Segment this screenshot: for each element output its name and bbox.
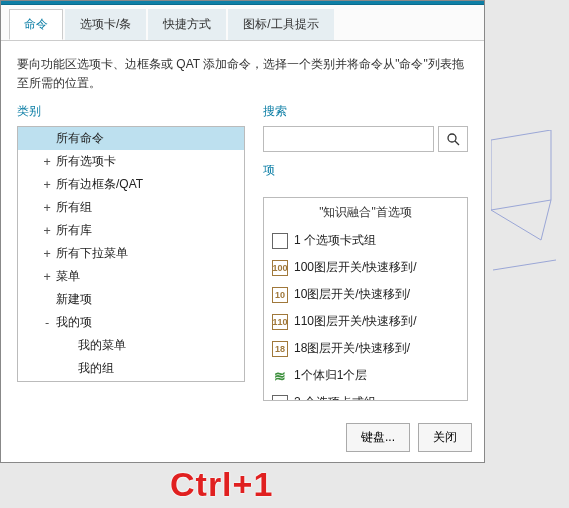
tree-label: 菜单 (56, 268, 80, 285)
list-item[interactable]: ≋1个体归1个层 (264, 362, 467, 389)
list-item[interactable]: 1818图层开关/快速移到/ (264, 335, 467, 362)
magnify-icon (446, 132, 460, 146)
expand-icon: + (40, 224, 54, 238)
list-item[interactable]: 2 个选项卡式组 (264, 389, 467, 401)
button-label: 键盘... (361, 430, 395, 444)
tree-label: 所有选项卡 (56, 153, 116, 170)
expand-icon: + (40, 178, 54, 192)
svg-line-1 (491, 200, 551, 210)
tree-item[interactable]: +菜单 (18, 265, 244, 288)
tab-label: 图标/工具提示 (243, 17, 318, 31)
list-item[interactable]: 100100图层开关/快速移到/ (264, 254, 467, 281)
tree-label: 我的组 (78, 360, 114, 377)
background-wireframe (491, 130, 561, 300)
expand-icon: + (40, 201, 54, 215)
tree-label: 新建项 (56, 291, 92, 308)
button-label: 关闭 (433, 430, 457, 444)
description-text: 要向功能区选项卡、边框条或 QAT 添加命令，选择一个类别并将命令从"命令"列表… (1, 41, 484, 103)
tab-icons[interactable]: 图标/工具提示 (228, 9, 333, 40)
svg-line-5 (541, 200, 551, 240)
tab-label: 命令 (24, 17, 48, 31)
tree-item[interactable]: 我的组 (18, 357, 244, 380)
search-label: 搜索 (263, 103, 468, 120)
item-label: 18图层开关/快速移到/ (294, 340, 410, 357)
tree-label: 我的菜单 (78, 337, 126, 354)
category-tree[interactable]: 所有命令+所有选项卡+所有边框条/QAT+所有组+所有库+所有下拉菜单+菜单新建… (17, 126, 245, 382)
tree-item[interactable]: +所有库 (18, 219, 244, 242)
item-label: 110图层开关/快速移到/ (294, 313, 417, 330)
tree-item[interactable]: +所有组 (18, 196, 244, 219)
tree-label: 我的项 (56, 314, 92, 331)
item-label: 1个体归1个层 (294, 367, 367, 384)
tree-item[interactable]: +所有下拉菜单 (18, 242, 244, 265)
tree-label: 所有命令 (56, 130, 104, 147)
category-label: 类别 (17, 103, 245, 120)
tab-tabbar[interactable]: 选项卡/条 (65, 9, 146, 40)
tree-label: 所有下拉菜单 (56, 245, 128, 262)
keyboard-button[interactable]: 键盘... (346, 423, 410, 452)
list-item[interactable]: 110110图层开关/快速移到/ (264, 308, 467, 335)
tree-label: 所有库 (56, 222, 92, 239)
list-item[interactable]: 1 个选项卡式组 (264, 227, 467, 254)
svg-line-0 (491, 130, 551, 140)
tree-item[interactable]: -我的项 (18, 311, 244, 334)
tab-label: 快捷方式 (163, 17, 211, 31)
expand-icon: + (40, 155, 54, 169)
search-button[interactable] (438, 126, 468, 152)
tabgroup-icon (272, 233, 288, 249)
tree-item[interactable]: 所有命令 (18, 127, 244, 150)
search-input[interactable] (263, 126, 434, 152)
tab-commands[interactable]: 命令 (9, 9, 63, 40)
item-label: 1 个选项卡式组 (294, 232, 376, 249)
close-button[interactable]: 关闭 (418, 423, 472, 452)
expand-icon: - (40, 316, 54, 330)
tree-item[interactable]: +所有边框条/QAT (18, 173, 244, 196)
tree-label: 所有组 (56, 199, 92, 216)
layers-icon: ≋ (272, 368, 288, 384)
tree-item[interactable]: 我的菜单 (18, 334, 244, 357)
item-label: 10图层开关/快速移到/ (294, 286, 410, 303)
tree-item[interactable]: +所有选项卡 (18, 150, 244, 173)
tree-item[interactable]: 新建项 (18, 288, 244, 311)
svg-line-6 (493, 260, 556, 270)
tree-item[interactable]: 我的库 (18, 380, 244, 382)
svg-line-4 (491, 210, 541, 240)
tab-label: 选项卡/条 (80, 17, 131, 31)
items-header: "知识融合"首选项 (264, 198, 467, 227)
tabgroup-icon (272, 395, 288, 402)
item-label: 2 个选项卡式组 (294, 394, 376, 401)
svg-line-8 (455, 141, 459, 145)
layer-number-icon: 110 (272, 314, 288, 330)
overlay-shortcut-text: Ctrl+1 (170, 465, 273, 504)
customize-dialog: 命令 选项卡/条 快捷方式 图标/工具提示 要向功能区选项卡、边框条或 QAT … (0, 0, 485, 463)
layer-number-icon: 18 (272, 341, 288, 357)
dialog-tabs: 命令 选项卡/条 快捷方式 图标/工具提示 (1, 5, 484, 41)
items-list[interactable]: "知识融合"首选项 1 个选项卡式组100100图层开关/快速移到/1010图层… (263, 197, 468, 401)
expand-icon: + (40, 270, 54, 284)
svg-point-7 (448, 134, 456, 142)
list-item[interactable]: 1010图层开关/快速移到/ (264, 281, 467, 308)
layer-number-icon: 10 (272, 287, 288, 303)
items-label: 项 (263, 162, 468, 179)
item-label: 100图层开关/快速移到/ (294, 259, 417, 276)
tree-label: 所有边框条/QAT (56, 176, 143, 193)
tab-shortcut[interactable]: 快捷方式 (148, 9, 226, 40)
layer-number-icon: 100 (272, 260, 288, 276)
expand-icon: + (40, 247, 54, 261)
